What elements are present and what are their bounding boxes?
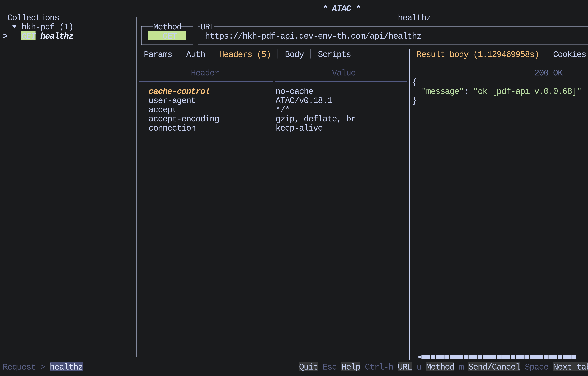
svg-text:{: { bbox=[412, 77, 417, 87]
svg-text:>: > bbox=[3, 32, 8, 41]
svg-text:healthz: healthz bbox=[50, 363, 83, 372]
svg-text:ATAC/v0.18.1: ATAC/v0.18.1 bbox=[275, 96, 332, 106]
svg-text:Header: Header bbox=[191, 68, 220, 78]
svg-text:URL: URL bbox=[200, 22, 215, 32]
svg-text::: : bbox=[464, 87, 469, 96]
svg-text:https://hkh-pdf-api.dev-env-th: https://hkh-pdf-api.dev-env-th.com/api/h… bbox=[205, 32, 422, 41]
svg-text:* ATAC *: * ATAC * bbox=[323, 4, 361, 14]
svg-text:accept-encoding: accept-encoding bbox=[148, 114, 220, 124]
svg-text:Method: Method bbox=[426, 363, 455, 372]
svg-text:u: u bbox=[417, 363, 422, 372]
svg-text:Quit: Quit bbox=[299, 363, 318, 372]
svg-text:gzip, deflate, br: gzip, deflate, br bbox=[275, 114, 356, 124]
svg-text:"ok [pdf-api v.0.0.68]": "ok [pdf-api v.0.0.68]" bbox=[473, 87, 582, 96]
svg-text:Send/Cancel: Send/Cancel bbox=[468, 363, 521, 372]
svg-text:>: > bbox=[40, 363, 45, 372]
svg-text:URL: URL bbox=[398, 363, 412, 372]
svg-text:Collections: Collections bbox=[7, 13, 60, 23]
svg-text:healthz: healthz bbox=[40, 32, 74, 41]
svg-text:200 OK: 200 OK bbox=[534, 68, 563, 78]
svg-text:accept: accept bbox=[148, 105, 177, 115]
svg-text:GET: GET bbox=[21, 32, 36, 41]
svg-text:keep-alive: keep-alive bbox=[275, 123, 323, 133]
svg-text:Headers (5): Headers (5) bbox=[219, 50, 271, 60]
svg-text:Method: Method bbox=[153, 22, 182, 32]
svg-text:Scripts: Scripts bbox=[318, 50, 351, 60]
svg-text:Body: Body bbox=[285, 50, 304, 60]
svg-text:Cookies: Cookies bbox=[553, 50, 587, 60]
svg-text:Auth: Auth bbox=[186, 50, 205, 60]
svg-text:Help: Help bbox=[341, 363, 361, 372]
svg-text:cache-control: cache-control bbox=[148, 87, 210, 96]
svg-text:Next tab: Next tab bbox=[553, 363, 588, 372]
svg-text:no-cache: no-cache bbox=[275, 87, 314, 96]
svg-text:hkh-pdf (1): hkh-pdf (1) bbox=[21, 22, 74, 32]
svg-text:user-agent: user-agent bbox=[148, 96, 196, 106]
svg-text:Params: Params bbox=[144, 50, 173, 60]
svg-text:}: } bbox=[412, 96, 417, 106]
svg-text:"message": "message" bbox=[421, 87, 464, 96]
svg-text:GET: GET bbox=[163, 32, 177, 41]
svg-text:Esc: Esc bbox=[323, 363, 337, 372]
svg-text:*/*: */* bbox=[275, 105, 290, 115]
svg-text:Request: Request bbox=[3, 363, 36, 372]
svg-text:Space: Space bbox=[525, 363, 549, 372]
svg-text:m: m bbox=[459, 363, 464, 372]
svg-text:Ctrl-h: Ctrl-h bbox=[365, 363, 394, 372]
svg-text:Result body (1.129469958s): Result body (1.129469958s) bbox=[417, 50, 539, 60]
svg-text:connection: connection bbox=[148, 123, 196, 133]
svg-text:Value: Value bbox=[332, 68, 356, 78]
svg-text:healthz: healthz bbox=[398, 13, 431, 23]
